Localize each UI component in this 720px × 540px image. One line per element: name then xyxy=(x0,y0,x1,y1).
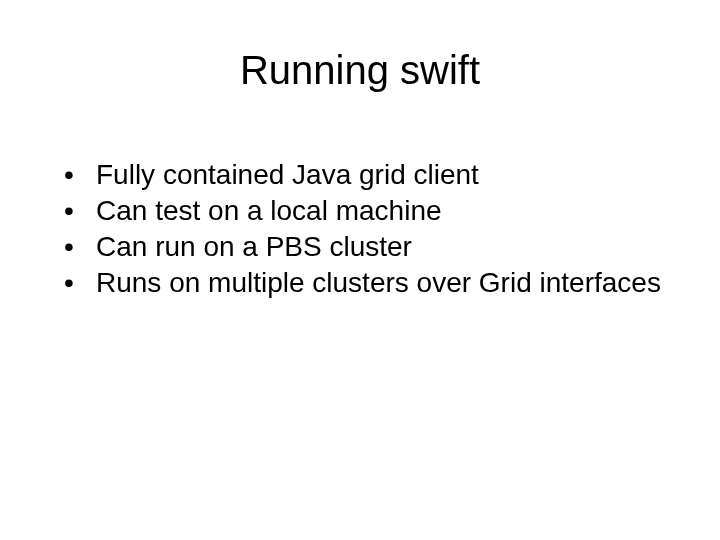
slide: Running swift Fully contained Java grid … xyxy=(0,0,720,540)
bullet-text: Can test on a local machine xyxy=(96,195,442,226)
bullet-text: Can run on a PBS cluster xyxy=(96,231,412,262)
slide-body: Fully contained Java grid client Can tes… xyxy=(58,158,670,303)
bullet-list: Fully contained Java grid client Can tes… xyxy=(58,158,670,301)
list-item: Runs on multiple clusters over Grid inte… xyxy=(58,266,670,300)
bullet-text: Runs on multiple clusters over Grid inte… xyxy=(96,267,661,298)
list-item: Can run on a PBS cluster xyxy=(58,230,670,264)
slide-title: Running swift xyxy=(0,48,720,93)
list-item: Can test on a local machine xyxy=(58,194,670,228)
list-item: Fully contained Java grid client xyxy=(58,158,670,192)
bullet-text: Fully contained Java grid client xyxy=(96,159,479,190)
